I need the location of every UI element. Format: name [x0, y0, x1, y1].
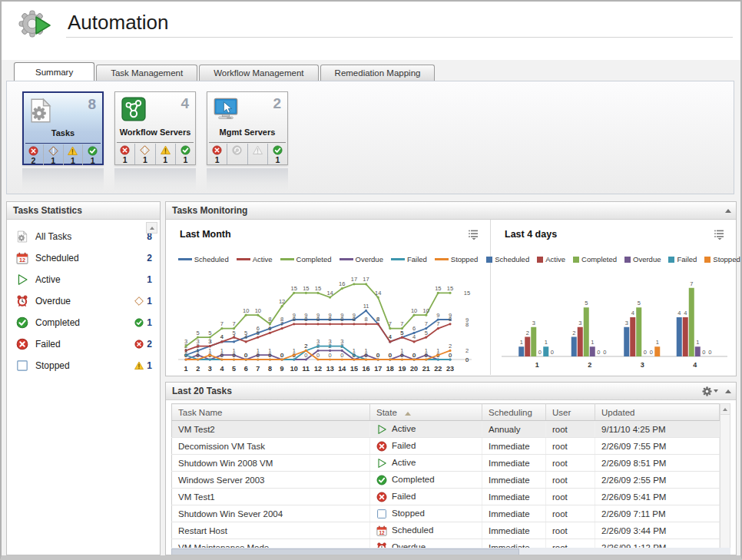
state-cell: Active — [370, 455, 482, 472]
svg-text:1: 1 — [535, 361, 539, 369]
svg-text:4: 4 — [412, 333, 416, 340]
table-vertical-scrollbar[interactable] — [720, 403, 730, 555]
stat-item-completed[interactable]: Completed 1 — [7, 312, 160, 333]
svg-text:2: 2 — [196, 365, 200, 373]
table-row[interactable]: Shutdown Win 2008 VMActiveImmediateroot2… — [172, 455, 720, 472]
active-icon — [376, 458, 387, 469]
card-divider — [25, 143, 101, 144]
overdue-diamond-icon — [140, 145, 150, 155]
tab-summary[interactable]: Summary — [14, 62, 94, 81]
svg-text:8: 8 — [316, 316, 320, 323]
svg-text:5: 5 — [197, 330, 200, 336]
svg-text:7: 7 — [232, 320, 235, 327]
svg-text:1: 1 — [591, 339, 594, 346]
svg-text:8: 8 — [449, 316, 452, 323]
legend-label: Active — [253, 255, 273, 263]
svg-text:18: 18 — [386, 365, 394, 373]
svg-text:7: 7 — [436, 320, 439, 327]
failed-count: 2 — [147, 339, 152, 350]
table-scroll-up-button[interactable] — [720, 404, 730, 415]
legend-label: Completed — [296, 255, 332, 263]
table-row[interactable]: Shutdown Win Sever 2004StoppedImmediater… — [172, 505, 720, 522]
scheduling-cell: Immediate — [482, 455, 546, 472]
tab-remediation-mapping[interactable]: Remediation Mapping — [320, 65, 436, 81]
collapse-panel-icon[interactable] — [725, 389, 731, 393]
svg-text:0: 0 — [280, 352, 283, 359]
svg-text:0: 0 — [329, 352, 332, 359]
active-icon — [376, 424, 387, 435]
state-cell: 12Scheduled — [370, 522, 482, 539]
app-header: Automation — [2, 2, 740, 60]
svg-text:3: 3 — [208, 365, 212, 373]
tasks-table-body: VM Test2ActiveAnnualyroot9/11/10 4:25 PM… — [172, 421, 720, 556]
stat-item-all-tasks[interactable]: All Tasks 8 — [7, 226, 160, 247]
scheduled-calendar-icon: 12 — [16, 252, 28, 264]
svg-text:0: 0 — [316, 352, 320, 359]
column-header-updated[interactable]: Updated — [595, 404, 720, 421]
collapse-panel-icon[interactable] — [725, 209, 731, 213]
scrollbar-thumb[interactable] — [171, 548, 519, 555]
svg-text:0: 0 — [257, 352, 260, 359]
svg-text:3: 3 — [625, 320, 628, 326]
column-header-task-name[interactable]: Task Name — [172, 404, 370, 421]
tab-task-management[interactable]: Task Management — [96, 65, 197, 81]
svg-text:2: 2 — [465, 347, 469, 354]
completed-icon — [273, 145, 283, 155]
user-cell: root — [546, 489, 595, 505]
table-row[interactable]: VM Test2ActiveAnnualyroot9/11/10 4:25 PM — [172, 421, 720, 438]
stat-item-overdue[interactable]: Overdue 1 — [7, 290, 160, 312]
stat-item-scheduled[interactable]: 12 Scheduled 2 — [7, 247, 160, 269]
table-horizontal-scrollbar[interactable] — [171, 548, 730, 555]
svg-text:0: 0 — [412, 352, 416, 359]
stat-item-active[interactable]: Active 1 — [7, 269, 160, 290]
svg-text:2: 2 — [572, 330, 575, 336]
legend-label: Failed — [677, 255, 697, 263]
stat-item-stopped[interactable]: Stopped 1 — [7, 355, 160, 376]
tasks-failed-status: 2 — [24, 144, 44, 165]
table-row[interactable]: Decomission VM TaskFailedImmediateroot2/… — [172, 438, 720, 455]
svg-text:0: 0 — [244, 352, 247, 359]
failed-icon — [120, 145, 130, 155]
tasks-monitoring-panel: Tasks Monitoring Last Month ScheduledAct… — [165, 201, 737, 376]
legend-label: Stopped — [451, 255, 478, 263]
tasks-overdue-status: 1 — [44, 144, 64, 165]
column-header-state[interactable]: State — [370, 404, 482, 421]
scheduling-cell: Immediate — [482, 472, 546, 489]
task-name-cell: Decomission VM Task — [172, 438, 370, 455]
tab-workflow-management[interactable]: Workflow Management — [199, 65, 318, 81]
scroll-up-icon — [723, 408, 727, 411]
tasks-card[interactable]: 8 Tasks 2 1 1 1 — [22, 91, 104, 165]
svg-text:4: 4 — [220, 333, 224, 340]
svg-text:7: 7 — [425, 320, 428, 327]
state-cell: Stopped — [370, 505, 482, 522]
automation-gear-play-icon — [17, 8, 54, 43]
active-count: 1 — [147, 274, 152, 285]
tasks-table: Task Name State Scheduling User Updated … — [171, 403, 720, 555]
column-header-scheduling[interactable]: Scheduling — [482, 404, 546, 421]
chart-menu-icon[interactable] — [713, 229, 725, 240]
mgmt-servers-card[interactable]: 2 Mgmt Servers 1 1 — [207, 91, 288, 165]
svg-text:0: 0 — [597, 349, 600, 356]
workflow-servers-card[interactable]: 4 Workflow Servers 1 1 1 1 — [114, 91, 196, 165]
sidebar-scroll-up-button[interactable] — [146, 222, 157, 234]
all-tasks-icon — [16, 230, 28, 243]
chart-menu-icon[interactable] — [467, 229, 479, 240]
tasks-completed-status: 1 — [83, 144, 102, 165]
tasks-document-gear-icon — [30, 98, 51, 124]
table-settings-button[interactable] — [702, 386, 718, 396]
svg-text:2: 2 — [526, 330, 529, 336]
warning-muted-icon — [253, 145, 263, 155]
table-row[interactable]: Windows Server 2003CompletedImmediateroo… — [172, 472, 720, 489]
completed-icon — [88, 146, 98, 156]
tasks-card-title: Tasks — [24, 128, 102, 142]
workflow-servers-count: 4 — [181, 95, 189, 112]
column-header-user[interactable]: User — [546, 404, 595, 421]
table-row[interactable]: VM Test1FailedImmediateroot2/26/09 5:41 … — [172, 489, 720, 505]
svg-text:17: 17 — [351, 276, 357, 283]
legend-label: Failed — [407, 255, 427, 263]
legend-label: Active — [545, 255, 565, 263]
svg-text:8: 8 — [364, 316, 367, 323]
svg-text:1: 1 — [545, 339, 548, 346]
table-row[interactable]: Restart Host12ScheduledImmediateroot2/26… — [172, 522, 720, 539]
stat-item-failed[interactable]: Failed 2 — [7, 333, 160, 355]
